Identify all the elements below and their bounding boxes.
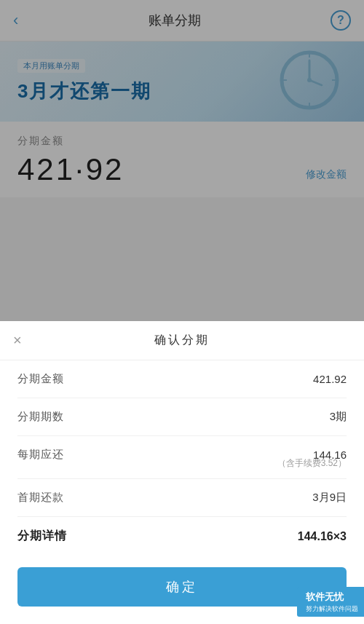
- confirm-sheet: × 确认分期 分期金额 421.92 分期期数 3期 每期应还 144.16 （…: [0, 321, 364, 624]
- detail-label-installment: 每期应还: [17, 448, 64, 462]
- detail-label-firstpay: 首期还款: [17, 491, 64, 505]
- detail-row-summary: 分期详情 144.16×3: [17, 517, 347, 556]
- close-sheet-button[interactable]: ×: [13, 332, 22, 349]
- sheet-body: 分期金额 421.92 分期期数 3期 每期应还 144.16 （含手续费3.5…: [0, 360, 364, 556]
- watermark-title: 软件无忧: [306, 590, 358, 604]
- detail-value-summary: 144.16×3: [298, 530, 347, 543]
- detail-value-firstpay: 3月9日: [312, 491, 347, 505]
- detail-row-installment-wrapper: 每期应还 144.16 （含手续费3.52）: [17, 436, 347, 479]
- sheet-title: 确认分期: [154, 333, 210, 348]
- detail-label-amount: 分期金额: [17, 372, 64, 386]
- detail-row-amount: 分期金额 421.92: [17, 360, 347, 398]
- detail-label-summary: 分期详情: [17, 529, 67, 544]
- detail-value-periods: 3期: [330, 410, 347, 424]
- detail-label-periods: 分期期数: [17, 410, 64, 424]
- detail-row-firstpay: 首期还款 3月9日: [17, 479, 347, 517]
- watermark: 软件无忧 努力解决软件问题: [297, 587, 364, 617]
- watermark-sub: 努力解决软件问题: [306, 604, 358, 615]
- detail-value-amount: 421.92: [313, 373, 347, 385]
- sheet-header: × 确认分期: [0, 321, 364, 360]
- detail-row-periods: 分期期数 3期: [17, 398, 347, 436]
- detail-sub-fee: （含手续费3.52）: [17, 457, 347, 478]
